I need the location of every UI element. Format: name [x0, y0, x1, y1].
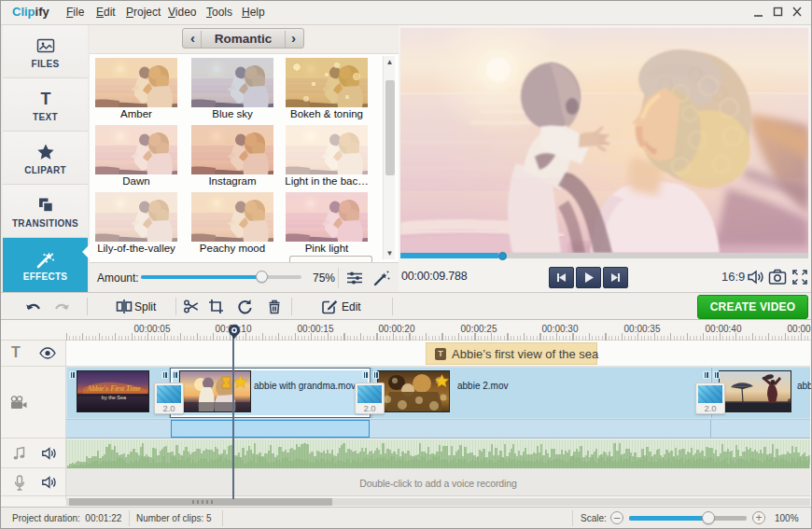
svg-text:by the Sea: by the Sea [102, 395, 127, 400]
svg-text:Abbie's First Time: Abbie's First Time [86, 384, 141, 393]
svg-text:T: T [40, 90, 50, 108]
